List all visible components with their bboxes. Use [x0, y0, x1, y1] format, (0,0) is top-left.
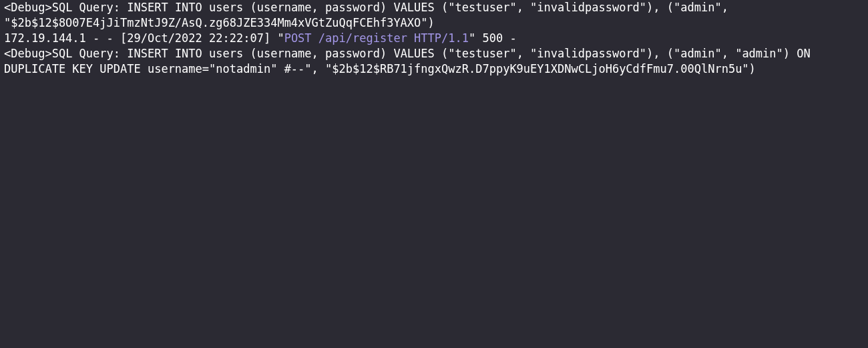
sql-query-text: SQL Query: INSERT INTO users (username, … [4, 47, 817, 75]
debug-prefix: <Debug> [4, 47, 52, 60]
http-log-prefix: 172.19.144.1 - - [29/Oct/2022 22:22:07] … [4, 31, 284, 45]
debug-log-line-1: <Debug>SQL Query: INSERT INTO users (use… [4, 0, 864, 31]
sql-query-text: SQL Query: INSERT INTO users (username, … [4, 1, 735, 29]
http-log-line: 172.19.144.1 - - [29/Oct/2022 22:22:07] … [4, 31, 864, 46]
terminal-output: <Debug>SQL Query: INSERT INTO users (use… [0, 0, 868, 348]
http-log-suffix: " 500 - [469, 31, 517, 45]
debug-log-line-2: <Debug>SQL Query: INSERT INTO users (use… [4, 46, 864, 77]
http-request-highlight: POST /api/register HTTP/1.1 [284, 31, 469, 45]
debug-prefix: <Debug> [4, 1, 52, 14]
